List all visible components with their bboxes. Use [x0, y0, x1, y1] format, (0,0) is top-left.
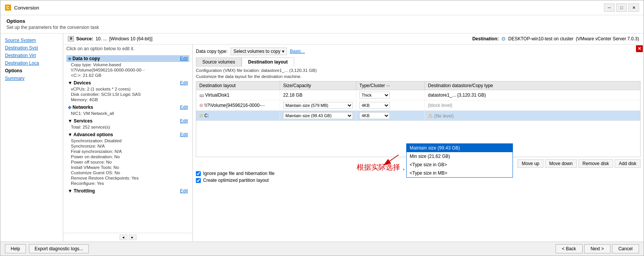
dest-label: Destination: [472, 36, 498, 41]
tab-source-volumes[interactable]: Source volumes [196, 57, 242, 67]
export-logs-button[interactable]: Export diagnostic logs... [29, 244, 89, 253]
size-dropdown: Maintain size (99.43 GB) Min size (21.62… [406, 143, 513, 178]
next-button[interactable]: Next > [584, 244, 610, 253]
td-volume-name: ⊖ \\?\Volume{94596216-0000-··· [196, 101, 280, 110]
back-button[interactable]: < Back [556, 244, 583, 253]
networks-edit[interactable]: Edit [180, 105, 188, 110]
create-optimized-label: Create optimized partition layout [203, 178, 269, 183]
td-c-drive-name: ⊙ C: [196, 111, 280, 120]
create-optimized-checkbox[interactable] [196, 178, 201, 183]
dest-name: DESKTOP-win10-test on cluster [508, 36, 574, 41]
services-header: ▼ Services Edit [66, 118, 189, 124]
sidebar-item-destination-system[interactable]: Destination Syst [2, 44, 61, 52]
scroll-controls: ◄ ► [63, 233, 192, 242]
scroll-left-btn[interactable]: ◄ [120, 235, 127, 240]
move-down-button[interactable]: Move down [545, 159, 577, 168]
td-volume-size: Maintain size (579 MB) Min size [280, 100, 356, 110]
data-to-copy-label: Data to copy [72, 56, 100, 61]
data-copy-row: Data copy type: Select volumes to copy ▾… [196, 48, 641, 55]
sidebar-item-source-system[interactable]: Source System [2, 37, 61, 44]
th-dest-datastore: Destination datastore/Copy type [425, 81, 640, 90]
detail-customize-guest: Customize Guest OS: No [66, 170, 189, 175]
table-row[interactable]: ⊙ C: Maintain size (99.43 GB) Min size (… [196, 111, 640, 121]
th-dest-layout: Destination layout [196, 81, 280, 90]
ignore-page-file-checkbox[interactable] [196, 171, 201, 176]
customize-text: Customize the data layout for the destin… [196, 74, 641, 79]
dropdown-item-type-mb[interactable]: <Type size in MB> [407, 169, 513, 177]
minimize-button[interactable]: ─ [604, 3, 615, 12]
close-panel-button[interactable]: ✕ [636, 45, 643, 52]
warning-icon: ⚠ [428, 113, 433, 119]
volume-size-select[interactable]: Maintain size (579 MB) Min size [283, 102, 353, 109]
volume-type-select[interactable]: 4KB 8KB [359, 102, 390, 109]
sidebar-item-destination-location[interactable]: Destination Loca [2, 59, 61, 67]
source-label: Source: [76, 36, 93, 41]
close-button[interactable]: ✕ [628, 3, 639, 12]
throttling-edit[interactable]: Edit [180, 188, 188, 194]
advanced-edit[interactable]: Edit [180, 132, 188, 137]
services-edit[interactable]: Edit [180, 118, 188, 124]
window-title: Conversion [14, 5, 39, 11]
ignore-page-file-label: Ignore page file and hibernation file [203, 171, 274, 176]
data-copy-label: Data copy type: [196, 49, 227, 54]
move-up-button[interactable]: Move up [517, 159, 543, 168]
left-nav: Source System Destination Syst Destinati… [0, 33, 63, 242]
main-window: C Conversion ─ □ ✕ Options Set up the pa… [0, 0, 644, 256]
content-area: Source System Destination Syst Destinati… [0, 33, 644, 242]
diamond-icon: ◆ [68, 56, 71, 61]
settings-group-data-to-copy: ◆ Data to copy Edit Copy type: Volume-ba… [66, 55, 189, 78]
td-c-drive-size: Maintain size (99.43 GB) Min size (21.62… [280, 111, 356, 121]
tab-destination-layout[interactable]: Destination layout [242, 57, 294, 67]
sidebar-item-summary[interactable]: Summary [2, 75, 61, 82]
dropdown-item-min-size[interactable]: Min size (21.62 GB) [407, 152, 513, 161]
detail-services-total: Total: 252 service(s) [66, 124, 189, 130]
settings-group-advanced: ▼ Advanced options Edit Synchronization:… [66, 131, 189, 186]
header-section: Options Set up the parameters for the co… [0, 15, 644, 33]
sidebar-item-destination-virtual[interactable]: Destination Virt [2, 52, 61, 59]
select-volumes-button[interactable]: Select volumes to copy ▾ [231, 48, 287, 55]
devices-edit[interactable]: Edit [180, 80, 188, 86]
title-bar: C Conversion ─ □ ✕ [0, 0, 644, 15]
disk-icon: 🖴 [199, 92, 204, 98]
click-instruction: Click on an option below to edit it. [63, 45, 192, 53]
detail-power-on: Power on destination: No [66, 154, 189, 159]
add-disk-button[interactable]: Add disk [615, 159, 641, 168]
td-c-drive-datastore: ⚠ (file level) [425, 111, 640, 120]
td-virtual-disk-type: Thick Thin [356, 90, 425, 100]
info-bar: 🖥 Source: 10. ... [Windows 10 (64-bit)] … [63, 33, 644, 45]
app-icon: C [5, 5, 11, 11]
page-title: Options [6, 18, 638, 24]
data-to-copy-title: ◆ Data to copy [68, 56, 100, 61]
sidebar-item-options[interactable]: Options [2, 67, 61, 75]
networks-header: ◆ Networks Edit [66, 104, 189, 111]
td-virtual-disk-size: 22.18 GB [280, 91, 356, 99]
split-content: Click on an option below to edit it. ◆ D… [63, 45, 644, 242]
settings-group-devices: ▼ Devices Edit vCPUs: 2 (1 sockets * 2 c… [66, 80, 189, 102]
volume-icon: ⊖ [199, 103, 203, 108]
dropdown-item-maintain[interactable]: Maintain size (99.43 GB) [407, 144, 513, 152]
tabs-row: Source volumes Destination layout [196, 57, 641, 67]
scroll-right-btn[interactable]: ► [129, 235, 136, 240]
table-body: 🖴 VirtualDisk1 22.18 GB Thick Thin [196, 90, 640, 121]
c-drive-type-select[interactable]: 4KB 8KB [359, 112, 390, 119]
c-drive-size-select[interactable]: Maintain size (99.43 GB) Min size (21.62… [283, 112, 353, 119]
detail-remove-checkpoints: Remove Restore Checkpoints: Yes [66, 175, 189, 181]
help-button[interactable]: Help [5, 244, 26, 253]
config-text: Configuration (VMX) file location: datas… [196, 68, 641, 73]
table-row[interactable]: ⊖ \\?\Volume{94596216-0000-··· Maintain … [196, 100, 640, 111]
dropdown-item-type-gb[interactable]: <Type size in GB> [407, 161, 513, 169]
td-volume-type: 4KB 8KB [356, 100, 425, 110]
td-c-drive-type: 4KB 8KB [356, 111, 425, 121]
table-row[interactable]: 🖴 VirtualDisk1 22.18 GB Thick Thin [196, 90, 640, 100]
virtual-disk-type-select[interactable]: Thick Thin [359, 92, 390, 99]
detail-power-off: Power off source: No [66, 159, 189, 165]
detail-reconfigure: Reconfigure: Yes [66, 181, 189, 186]
checkbox-create-optimized: Create optimized partition layout [196, 178, 641, 183]
maximize-button[interactable]: □ [616, 3, 627, 12]
cancel-button[interactable]: Cancel [612, 244, 639, 253]
settings-group-throttling: ▼ Throttling Edit [66, 188, 189, 194]
data-to-copy-edit[interactable]: Edit [180, 56, 188, 61]
remove-disk-button[interactable]: Remove disk [578, 159, 613, 168]
networks-label: Networks [72, 105, 93, 110]
basic-link[interactable]: Basic... [290, 49, 305, 54]
